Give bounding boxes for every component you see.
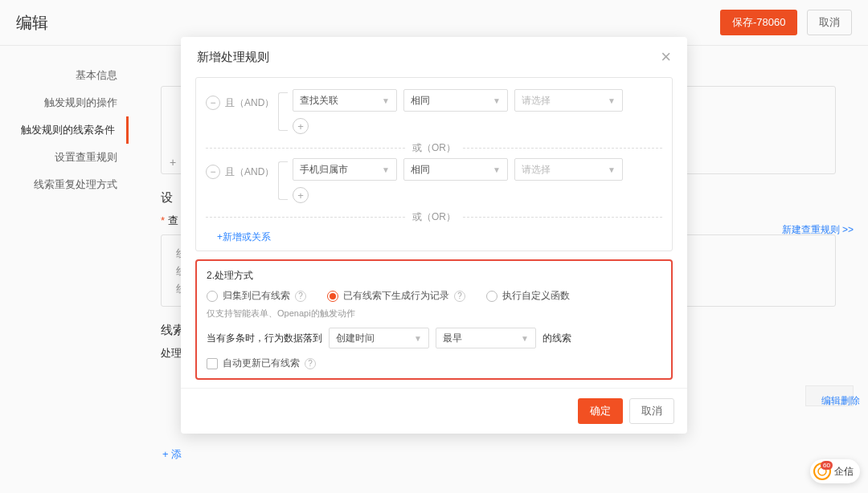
add-condition-button[interactable]: + — [293, 118, 309, 134]
modal-cancel-button[interactable]: 取消 — [629, 398, 674, 424]
add-or-relation-button[interactable]: +新增或关系 — [217, 230, 271, 244]
help-icon[interactable]: ? — [305, 358, 316, 369]
chevron-down-icon: ▼ — [521, 334, 529, 343]
multi-label: 当有多条时，行为数据落到 — [207, 332, 322, 345]
notification-badge: 60 — [821, 461, 833, 470]
value-select[interactable]: 请选择▼ — [514, 158, 623, 181]
modal: 新增处理规则 × − 且（AND） 查找关联▼ 相同▼ — [181, 37, 687, 434]
multi-order-select[interactable]: 最早▼ — [436, 328, 536, 348]
or-divider: 或（OR） — [206, 211, 662, 222]
and-label: 且（AND） — [225, 165, 274, 179]
close-icon[interactable]: × — [661, 48, 671, 66]
add-condition-button[interactable]: + — [293, 187, 309, 203]
radio-icon — [207, 291, 218, 302]
chevron-down-icon: ▼ — [382, 165, 390, 174]
radio-merge[interactable]: 归集到已有线索 ? — [207, 289, 306, 303]
chevron-down-icon: ▼ — [414, 334, 422, 343]
help-icon[interactable]: ? — [454, 291, 465, 302]
multi-field-select[interactable]: 创建时间▼ — [329, 328, 429, 348]
radio-record[interactable]: 已有线索下生成行为记录 ? — [327, 289, 465, 303]
and-group: − 且（AND） 查找关联▼ 相同▼ 请选择▼ + — [206, 89, 662, 134]
field-select[interactable]: 手机归属市▼ — [293, 158, 397, 181]
bg-add-link[interactable]: + 添 — [162, 447, 182, 462]
modal-overlay: 新增处理规则 × − 且（AND） 查找关联▼ 相同▼ — [0, 0, 868, 493]
chat-widget[interactable]: 60 企信 — [810, 459, 860, 483]
chat-label: 企信 — [834, 465, 854, 479]
multi-suffix: 的线索 — [542, 332, 571, 345]
operator-select[interactable]: 相同▼ — [403, 89, 508, 112]
rules-container: − 且（AND） 查找关联▼ 相同▼ 请选择▼ + 或（OR） — [195, 77, 673, 251]
remove-group-button[interactable]: − — [206, 96, 220, 110]
and-group: − 且（AND） 手机归属市▼ 相同▼ 请选择▼ + — [206, 158, 662, 203]
chevron-down-icon: ▼ — [493, 165, 501, 174]
radio-custom[interactable]: 执行自定义函数 — [486, 289, 570, 303]
radio-icon — [486, 291, 497, 302]
checkbox-icon — [207, 358, 218, 369]
operator-select[interactable]: 相同▼ — [403, 158, 508, 181]
processing-method-section: 2.处理方式 归集到已有线索 ? 已有线索下生成行为记录 ? 执行自定义函 — [195, 259, 673, 380]
remove-group-button[interactable]: − — [206, 165, 220, 179]
value-select[interactable]: 请选择▼ — [514, 89, 623, 112]
chevron-down-icon: ▼ — [493, 96, 501, 105]
field-select[interactable]: 查找关联▼ — [293, 89, 397, 112]
chevron-down-icon: ▼ — [608, 96, 616, 105]
hint-text: 仅支持智能表单、Openapi的触发动作 — [207, 308, 661, 320]
radio-icon — [327, 291, 338, 302]
chevron-down-icon: ▼ — [608, 165, 616, 174]
chat-icon: 60 — [813, 462, 831, 480]
and-label: 且（AND） — [225, 96, 274, 110]
auto-update-checkbox[interactable]: 自动更新已有线索 ? — [207, 357, 661, 370]
modal-title: 新增处理规则 — [197, 50, 269, 65]
help-icon[interactable]: ? — [295, 291, 306, 302]
confirm-button[interactable]: 确定 — [578, 398, 623, 424]
chevron-down-icon: ▼ — [382, 96, 390, 105]
or-divider: 或（OR） — [206, 142, 662, 153]
section2-title: 2.处理方式 — [207, 269, 661, 283]
